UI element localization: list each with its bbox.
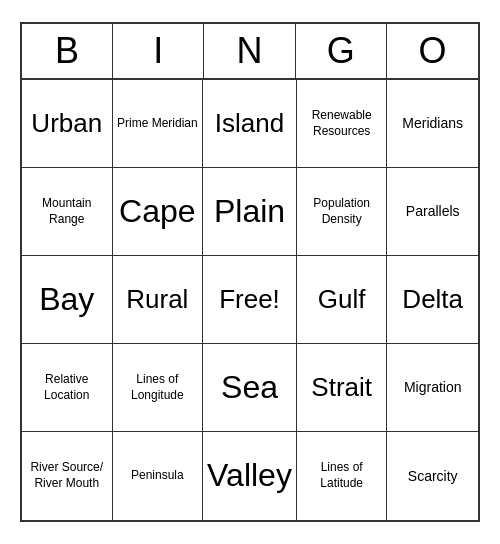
bingo-cell-4: Meridians (387, 80, 478, 168)
cell-text-15: Relative Location (26, 372, 108, 403)
header-letter-n: N (204, 24, 295, 78)
header-letter-o: O (387, 24, 478, 78)
cell-text-3: Renewable Resources (301, 108, 383, 139)
bingo-cell-22: Valley (203, 432, 297, 520)
bingo-cell-0: Urban (22, 80, 113, 168)
bingo-cell-2: Island (203, 80, 297, 168)
cell-text-4: Meridians (402, 114, 463, 132)
bingo-cell-17: Sea (203, 344, 297, 432)
bingo-cell-14: Delta (387, 256, 478, 344)
bingo-cell-21: Peninsula (113, 432, 204, 520)
bingo-cell-16: Lines of Longitude (113, 344, 204, 432)
bingo-cell-9: Parallels (387, 168, 478, 256)
cell-text-20: River Source/ River Mouth (26, 460, 108, 491)
cell-text-8: Population Density (301, 196, 383, 227)
cell-text-12: Free! (219, 283, 280, 317)
cell-text-9: Parallels (406, 202, 460, 220)
bingo-grid: UrbanPrime MeridianIslandRenewable Resou… (22, 80, 478, 520)
bingo-cell-18: Strait (297, 344, 388, 432)
cell-text-23: Lines of Latitude (301, 460, 383, 491)
cell-text-18: Strait (311, 371, 372, 405)
cell-text-5: Mountain Range (26, 196, 108, 227)
cell-text-19: Migration (404, 378, 462, 396)
bingo-cell-19: Migration (387, 344, 478, 432)
cell-text-22: Valley (207, 455, 292, 497)
bingo-cell-6: Cape (113, 168, 204, 256)
bingo-card: BINGO UrbanPrime MeridianIslandRenewable… (20, 22, 480, 522)
cell-text-10: Bay (39, 279, 94, 321)
cell-text-24: Scarcity (408, 467, 458, 485)
bingo-cell-12: Free! (203, 256, 297, 344)
cell-text-14: Delta (402, 283, 463, 317)
bingo-header: BINGO (22, 24, 478, 80)
bingo-cell-8: Population Density (297, 168, 388, 256)
header-letter-b: B (22, 24, 113, 78)
cell-text-0: Urban (31, 107, 102, 141)
bingo-cell-7: Plain (203, 168, 297, 256)
bingo-cell-23: Lines of Latitude (297, 432, 388, 520)
bingo-cell-10: Bay (22, 256, 113, 344)
cell-text-16: Lines of Longitude (117, 372, 199, 403)
cell-text-7: Plain (214, 191, 285, 233)
header-letter-i: I (113, 24, 204, 78)
bingo-cell-20: River Source/ River Mouth (22, 432, 113, 520)
cell-text-6: Cape (119, 191, 196, 233)
header-letter-g: G (296, 24, 387, 78)
cell-text-2: Island (215, 107, 284, 141)
bingo-cell-11: Rural (113, 256, 204, 344)
cell-text-1: Prime Meridian (117, 116, 198, 132)
bingo-cell-5: Mountain Range (22, 168, 113, 256)
bingo-cell-3: Renewable Resources (297, 80, 388, 168)
cell-text-17: Sea (221, 367, 278, 409)
cell-text-11: Rural (126, 283, 188, 317)
bingo-cell-13: Gulf (297, 256, 388, 344)
bingo-cell-24: Scarcity (387, 432, 478, 520)
cell-text-13: Gulf (318, 283, 366, 317)
bingo-cell-1: Prime Meridian (113, 80, 204, 168)
cell-text-21: Peninsula (131, 468, 184, 484)
bingo-cell-15: Relative Location (22, 344, 113, 432)
